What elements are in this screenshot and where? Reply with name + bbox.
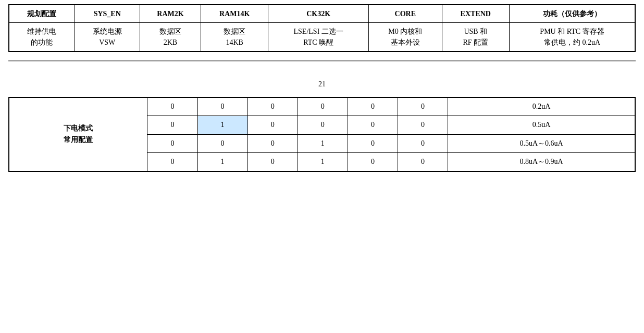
bottom-table: 下电模式常用配置 0 0 0 0 0 0 0.2uA 0 1 0 0 0 0 0… <box>8 97 636 172</box>
cell-0-4: 0 <box>348 97 398 116</box>
cell-2-4: 0 <box>348 134 398 152</box>
cell-3-1: 1 <box>197 153 247 172</box>
cell-0-3: 0 <box>298 97 348 116</box>
cell-1-3: 0 <box>298 116 348 134</box>
cell-0-6: 0.2uA <box>448 97 635 116</box>
page-number: 21 <box>8 70 636 95</box>
cell-0-0: 0 <box>147 97 197 116</box>
cell-3-6: 0.8uA～0.9uA <box>448 153 635 172</box>
col-header-1: SYS_EN <box>75 5 140 23</box>
cell-3-0: 0 <box>147 153 197 172</box>
col-header-0: 规划配置 <box>9 5 75 23</box>
cell-1-5: 0 <box>398 116 448 134</box>
cell-1-6: 0.5uA <box>448 116 635 134</box>
cell-2-0: 0 <box>147 134 197 152</box>
top-row-cell-4: LSE/LSI 二选一RTC 唤醒 <box>268 23 369 52</box>
cell-3-2: 0 <box>247 153 298 172</box>
bottom-table-row-0: 下电模式常用配置 0 0 0 0 0 0 0.2uA <box>9 97 635 116</box>
top-table: 规划配置 SYS_EN RAM2K RAM14K CK32K CORE EXTE… <box>8 4 636 52</box>
col-header-2: RAM2K <box>140 5 201 23</box>
top-row-cell-6: USB 和RF 配置 <box>442 23 509 52</box>
top-table-data-row: 维持供电的功能 系统电源VSW 数据区2KB 数据区14KB LSE/LSI 二… <box>9 23 635 52</box>
col-header-3: RAM14K <box>201 5 268 23</box>
cell-1-0: 0 <box>147 116 197 134</box>
cell-3-4: 0 <box>348 153 398 172</box>
col-header-6: EXTEND <box>442 5 509 23</box>
cell-1-4: 0 <box>348 116 398 134</box>
bottom-row-header: 下电模式常用配置 <box>9 97 147 172</box>
cell-1-2: 0 <box>247 116 298 134</box>
col-header-4: CK32K <box>268 5 369 23</box>
cell-2-2: 0 <box>247 134 298 152</box>
cell-0-1: 0 <box>197 97 247 116</box>
bottom-table-container: 下电模式常用配置 0 0 0 0 0 0 0.2uA 0 1 0 0 0 0 0… <box>8 97 636 172</box>
cell-3-5: 0 <box>398 153 448 172</box>
section-divider <box>8 60 636 61</box>
cell-0-2: 0 <box>247 97 298 116</box>
cell-2-6: 0.5uA～0.6uA <box>448 134 635 152</box>
top-row-cell-7: PMU 和 RTC 寄存器常供电，约 0.2uA <box>509 23 635 52</box>
col-header-7: 功耗（仅供参考） <box>509 5 635 23</box>
top-row-cell-5: M0 内核和基本外设 <box>369 23 442 52</box>
cell-0-5: 0 <box>398 97 448 116</box>
top-row-cell-1: 系统电源VSW <box>75 23 140 52</box>
top-table-header-row: 规划配置 SYS_EN RAM2K RAM14K CK32K CORE EXTE… <box>9 5 635 23</box>
cell-1-1: 1 <box>197 116 247 134</box>
top-row-cell-0: 维持供电的功能 <box>9 23 75 52</box>
top-table-container: 规划配置 SYS_EN RAM2K RAM14K CK32K CORE EXTE… <box>8 4 636 52</box>
cell-3-3: 1 <box>298 153 348 172</box>
top-row-cell-2: 数据区2KB <box>140 23 201 52</box>
cell-2-3: 1 <box>298 134 348 152</box>
col-header-5: CORE <box>369 5 442 23</box>
top-row-cell-3: 数据区14KB <box>201 23 268 52</box>
cell-2-1: 0 <box>197 134 247 152</box>
cell-2-5: 0 <box>398 134 448 152</box>
